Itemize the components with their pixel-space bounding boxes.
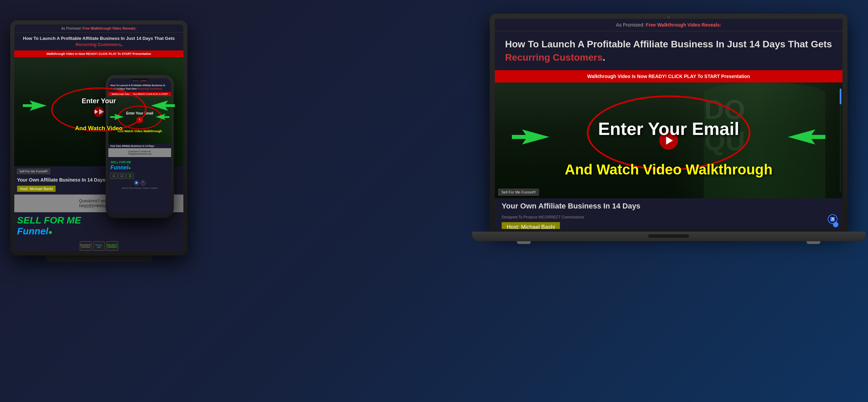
tablet-enter-email: Enter Your <box>82 97 116 105</box>
svg-rect-9 <box>512 135 527 139</box>
tablet-logo-funnel: Funnel <box>17 226 48 236</box>
laptop-red-bar: Walkthrough Video Is Now READY! CLICK PL… <box>495 70 842 82</box>
tablet-prefix: As Promised: <box>61 27 81 30</box>
phone-questions-label: Questions? email me: <box>128 150 151 153</box>
tablet-badge-security: SECURITYVERIFIED <box>106 241 118 251</box>
tablet-logo: SELL FOR ME Funnel● <box>17 215 181 237</box>
svg-rect-7 <box>164 116 169 118</box>
phone-access-icon[interactable]: ♿ <box>134 181 139 185</box>
tablet-watch-video: And Watch Video <box>75 125 123 132</box>
svg-rect-1 <box>23 104 33 107</box>
laptop-top-bar: As Promised: Free Walkthrough Video Reve… <box>495 19 842 31</box>
phone-footer[interactable]: Help & FAQ | Privacy | Terms | Cookies <box>108 186 171 190</box>
phone-email: help[@]mikebashi.org <box>128 153 151 155</box>
phone-logo-area: SELL FOR ME Funnel● <box>108 157 171 172</box>
tablet-arrow-left <box>23 99 47 112</box>
laptop-feet <box>490 241 848 244</box>
laptop-your-business: Your Own Affiliate Business In 14 Days <box>495 198 842 214</box>
laptop-free-text: Free Walkthrough Video Reveals: <box>646 22 721 28</box>
phone-watch-video: And Watch Video Walkthrough <box>118 129 162 133</box>
phone-badge-business: BIZVER <box>110 173 118 179</box>
phone-arrow-right <box>156 113 169 121</box>
tablet-top-bar: As Promised: Free Walkthrough Video Reve… <box>14 25 183 33</box>
laptop-screen: As Promised: Free Walkthrough Video Reve… <box>495 19 842 229</box>
phone-location-icon[interactable]: 📍 <box>141 181 146 185</box>
phone-badge-security: SECVER <box>126 173 134 179</box>
laptop-device: As Promised: Free Walkthrough Video Reve… <box>490 14 848 252</box>
laptop-arrow-left <box>512 127 549 147</box>
laptop-base <box>472 232 866 241</box>
laptop-accessibility-icon[interactable]: ♿ <box>828 214 837 224</box>
laptop-host: Host: Michael Bashi <box>502 222 560 229</box>
laptop-enter-email: Enter Your Email <box>598 119 739 139</box>
tablet-base <box>46 256 152 262</box>
laptop-body: As Promised: Free Walkthrough Video Reve… <box>490 14 848 232</box>
scene: As Promised: Free Walkthrough Video Reve… <box>0 0 868 402</box>
tablet-headline: How To Launch A Profitable Affiliate Bus… <box>14 33 183 50</box>
tablet-badges: BUSINESSVERIFIED Privacysafe SECURITYVER… <box>14 239 183 251</box>
phone-badge-privacy: PRIVSAFE <box>118 173 126 179</box>
tablet-badge-business: BUSINESSVERIFIED <box>80 241 92 251</box>
tablet-recurring: Recurring Customers <box>76 42 121 47</box>
svg-rect-3 <box>165 104 175 107</box>
laptop-designed-text: Designed To Produce INCORRECT Commission… <box>502 215 836 219</box>
phone-logo: SELL FOR ME Funnel● <box>110 158 169 171</box>
laptop-sell-funnel: Sell For Me Funnel® <box>498 189 539 196</box>
laptop-designed-area: Designed To Produce INCORRECT Commission… <box>495 214 842 220</box>
phone-your-business: Your Own Affiliate Business In 14 Days <box>108 144 171 148</box>
laptop-video-area[interactable]: DOQU <box>495 82 842 198</box>
laptop-scrollbar[interactable] <box>840 88 841 192</box>
laptop-headline: How To Launch A Profitable Affiliate Bus… <box>495 31 842 70</box>
phone-access-icons: ♿ 📍 <box>108 180 171 186</box>
phone-logo-funnel: Funnel <box>110 165 128 170</box>
svg-rect-11 <box>810 135 825 139</box>
laptop-camera <box>667 16 670 18</box>
tablet-arrow-right <box>151 99 175 112</box>
tablet-free-text: Free Walkthrough Video Reveals: <box>82 27 136 30</box>
tablet-host: Host: Michael Bashi <box>17 186 56 192</box>
tablet-headline-suffix: . <box>121 42 122 47</box>
laptop-headline-suffix: . <box>603 52 605 63</box>
tablet-badge-privacy: Privacysafe <box>93 241 105 251</box>
tablet-red-bar: Walkthrough Video Is Now READY! CLICK PL… <box>14 50 183 57</box>
laptop-watch-video: And Watch Video Walkthrough <box>565 161 773 178</box>
tablet-headline-main: How To Launch A Profitable Affiliate Bus… <box>23 36 174 41</box>
laptop-recurring: Recurring Customers <box>505 52 603 63</box>
phone-notch <box>131 78 148 80</box>
phone-badges: BIZVER PRIVSAFE SECVER <box>108 172 171 180</box>
tablet-sell-funnel: Sell For Me Funnel® <box>17 169 50 174</box>
laptop-headline-main: How To Launch A Profitable Affiliate Bus… <box>505 39 832 49</box>
laptop-content: As Promised: Free Walkthrough Video Reve… <box>495 19 842 229</box>
laptop-prefix: As Promised: <box>616 22 644 28</box>
laptop-arrow-right <box>788 127 825 147</box>
phone-questions: Questions? email me: help[@]mikebashi.or… <box>108 148 171 157</box>
laptop-host-area: Host: Michael Bashi <box>495 220 842 229</box>
